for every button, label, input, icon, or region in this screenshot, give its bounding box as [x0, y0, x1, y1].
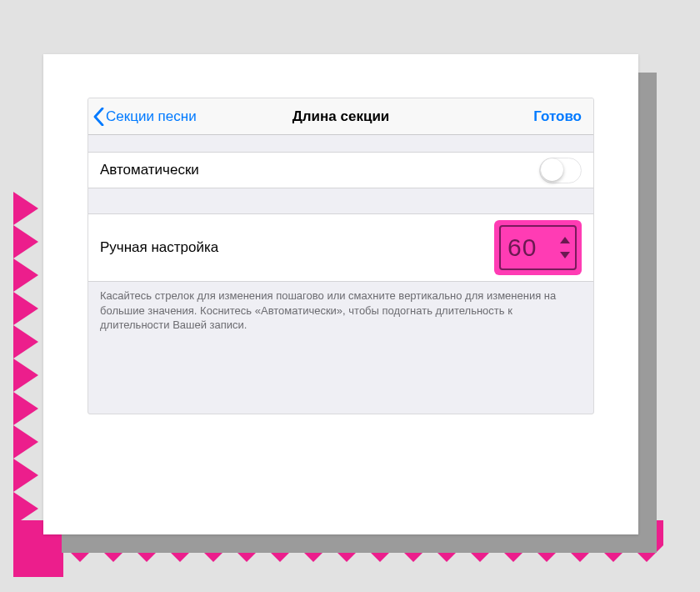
length-stepper[interactable]: 60 — [499, 225, 577, 270]
arrow-up-icon[interactable] — [560, 237, 570, 243]
nav-bar: Секции песни Длина секции Готово — [88, 98, 593, 135]
section-length-dialog: Секции песни Длина секции Готово Автомат… — [88, 98, 594, 414]
automatic-row[interactable]: Автоматически — [88, 152, 593, 188]
back-button[interactable]: Секции песни — [88, 108, 197, 126]
stepper-highlight: 60 — [494, 220, 582, 275]
done-button[interactable]: Готово — [533, 108, 582, 125]
switch-knob — [541, 158, 563, 181]
stepper-value: 60 — [508, 233, 560, 262]
stepper-arrows — [560, 237, 570, 258]
spacer — [88, 135, 593, 152]
arrow-down-icon[interactable] — [560, 252, 570, 258]
manual-label: Ручная настройка — [100, 239, 218, 256]
chevron-left-icon — [93, 108, 104, 126]
main-panel: Секции песни Длина секции Готово Автомат… — [43, 54, 638, 534]
automatic-label: Автоматически — [100, 162, 199, 178]
automatic-switch[interactable] — [539, 158, 582, 183]
footer-hint: Касайтесь стрелок для изменения пошагово… — [88, 282, 593, 333]
spacer — [88, 188, 593, 213]
back-label: Секции песни — [106, 108, 197, 125]
manual-row: Ручная настройка 60 — [88, 213, 593, 282]
